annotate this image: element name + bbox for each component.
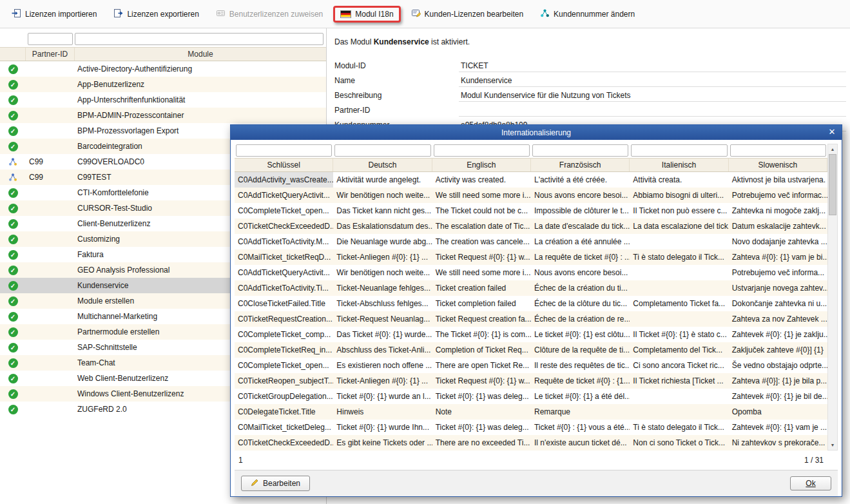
i18n-row[interactable]: C0CompleteTicket_comp...Das Ticket #{0}:… (235, 327, 827, 342)
detail-field-value[interactable]: Kundenservice (459, 75, 846, 87)
i18n-cell[interactable]: Échec de la création de re... (531, 311, 630, 327)
i18n-cell[interactable]: Ni zahtevkov s prekorače... (729, 435, 827, 451)
i18n-cell[interactable] (630, 404, 728, 420)
i18n-cell[interactable]: C0AddTicketToActivity.Ti... (235, 280, 333, 296)
i18n-row[interactable]: C0CompleteTicket_open...Es existieren no… (235, 358, 827, 373)
i18n-cell[interactable]: C0MailTicket_ticketReqD... (235, 249, 333, 265)
i18n-row[interactable]: C0TicketReopen_subjectT...Ticket-Anliege… (235, 373, 827, 389)
partner-id-filter-input[interactable] (28, 33, 73, 45)
i18n-cell[interactable]: Dokončanje zahtevka ni u... (729, 296, 827, 311)
i18n-cell[interactable]: C0CloseTicketFailed.Title (235, 296, 333, 311)
i18n-cell[interactable]: Il Ticket #{0}: {1} è stato c... (630, 327, 728, 342)
i18n-cell[interactable]: Impossible de clôturer le t... (531, 203, 630, 218)
module-row[interactable]: ✓App-Benutzerlizenz (0, 77, 326, 92)
column-header-slowenisch[interactable]: Slowenisch (729, 159, 827, 171)
i18n-cell[interactable]: Abbiamo bisogni di ulteri... (630, 188, 728, 203)
change-customer-number-button[interactable]: Kundennummer ändern (534, 5, 641, 23)
detail-field-value[interactable]: Modul Kundenservice für die Nutzung von … (459, 90, 846, 102)
module-row[interactable]: ✓Active-Directory-Authentifizierung (0, 61, 326, 77)
column-header-italienisch[interactable]: Italienisch (630, 159, 728, 171)
i18n-cell[interactable]: Il reste des requêtes de tic... (531, 358, 630, 373)
i18n-cell[interactable]: C0CompleteTicket_open... (235, 203, 333, 218)
scrollbar-track[interactable] (828, 154, 837, 440)
i18n-cell[interactable]: The escalation date of Tic... (432, 218, 531, 234)
i18n-row[interactable]: C0AddTicketToActivity.Ti...Ticket-Neuanl… (235, 280, 827, 296)
i18n-cell[interactable]: Nous avons encore besoi... (531, 265, 630, 280)
i18n-cell[interactable]: We still need some more i... (432, 265, 531, 280)
i18n-cell[interactable]: Ticket #{0}: {1} wurde an l... (333, 389, 432, 404)
i18n-filter-input-franzoesisch[interactable] (532, 144, 628, 157)
i18n-cell[interactable]: There are open Ticket Re... (432, 358, 531, 373)
i18n-filter-input-italienisch[interactable] (631, 144, 727, 157)
i18n-cell[interactable]: Ticket-Anliegen #{0}: {1} ... (333, 373, 432, 389)
i18n-cell[interactable] (630, 311, 728, 327)
i18n-cell[interactable]: Das Ticket kann nicht ges... (333, 203, 432, 218)
i18n-cell[interactable]: C0CompleteTicket_open... (235, 358, 333, 373)
i18n-cell[interactable]: Ti è stato delegato il Tick... (630, 420, 728, 435)
i18n-cell[interactable]: C0TicketCheckExceededD... (235, 218, 333, 234)
i18n-cell[interactable]: La date d'escalade du tick... (531, 218, 630, 234)
i18n-row[interactable]: C0DelegateTicket.TitleHinweisNoteRemarqu… (235, 404, 827, 420)
i18n-filter-input-schluessel[interactable] (236, 144, 332, 157)
i18n-cell[interactable]: Échec de la clôture du tic... (531, 296, 630, 311)
edit-customer-licenses-button[interactable]: Kunden-Lizenzen bearbeiten (405, 5, 530, 23)
i18n-cell[interactable]: Das Eskalationsdatum des... (333, 218, 432, 234)
i18n-row[interactable]: C0CloseTicketFailed.TitleTicket-Abschlus… (235, 296, 827, 311)
i18n-cell[interactable]: La requête de ticket #{0} : ... (531, 249, 630, 265)
column-header-schluessel[interactable]: Schlüssel (235, 159, 333, 171)
i18n-dialog-titlebar[interactable]: Internationalisierung ✕ (231, 125, 842, 140)
i18n-row[interactable]: C0TicketCheckExceededD...Das Eskalations… (235, 218, 827, 234)
i18n-row[interactable]: C0AddTicketQueryActivit...Wir benötigen … (235, 265, 827, 280)
i18n-row[interactable]: C0AddTicketQueryActivit...Wir benötigen … (235, 188, 827, 203)
i18n-filter-input-englisch[interactable] (434, 144, 530, 157)
i18n-cell[interactable]: Ticket #{0} : {1} vous a été... (531, 420, 630, 435)
i18n-cell[interactable]: Datum eskalacije zahtevk... (729, 218, 827, 234)
i18n-cell[interactable]: We still need some more i... (432, 188, 531, 203)
i18n-cell[interactable]: C0CompleteTicketReq_in... (235, 342, 333, 358)
export-licenses-button[interactable]: Lizenzen exportieren (107, 5, 205, 23)
scroll-down-icon[interactable]: ▼ (828, 440, 837, 450)
i18n-row[interactable]: C0TicketCheckExceededD...Es gibt keine T… (235, 435, 827, 451)
i18n-cell[interactable]: Zahtevek #{0}: {1} je bil de... (729, 389, 827, 404)
i18n-cell[interactable]: Note (432, 404, 531, 420)
i18n-cell[interactable]: Ticket Request #{0}: {1} w... (432, 249, 531, 265)
i18n-cell[interactable]: C0TicketReopen_subjectT... (235, 373, 333, 389)
i18n-cell[interactable]: Le ticket #{0}: {1} a été dél... (531, 389, 630, 404)
i18n-cell[interactable]: Wir benötigen noch weite... (333, 188, 432, 203)
i18n-filter-input-deutsch[interactable] (334, 144, 430, 157)
i18n-cell[interactable]: C0TicketRequestCreation... (235, 311, 333, 327)
column-header-module[interactable]: Module (75, 48, 326, 61)
i18n-cell[interactable]: Ticket-Anliegen #{0}: {1} ... (333, 249, 432, 265)
i18n-row[interactable]: C0MailTicket_ticketReqD...Ticket-Anliege… (235, 249, 827, 265)
i18n-cell[interactable]: Requête de ticket #{0} : {1... (531, 373, 630, 389)
i18n-cell[interactable]: Ticket #{0}: {1} was deleg... (432, 420, 531, 435)
i18n-cell[interactable]: Ti è stato delegato il Tick... (630, 249, 728, 265)
i18n-cell[interactable]: Hinweis (333, 404, 432, 420)
module-i18n-button[interactable]: Modul I18n (333, 6, 400, 23)
edit-button[interactable]: Bearbeiten (241, 476, 310, 491)
i18n-cell[interactable]: Wir benötigen noch weite... (333, 265, 432, 280)
i18n-cell[interactable]: Zahteva #{0}: {1} vam je bi... (729, 249, 827, 265)
ok-button[interactable]: Ok (790, 476, 831, 490)
i18n-filter-input-slowenisch[interactable] (730, 144, 826, 157)
column-header-deutsch[interactable]: Deutsch (333, 159, 432, 171)
i18n-cell[interactable]: Il n'existe aucun ticket dé... (531, 435, 630, 451)
i18n-cell[interactable]: Nous avons encore besoi... (531, 188, 630, 203)
i18n-cell[interactable]: Ticket creation failed (432, 280, 531, 296)
module-row[interactable]: ✓BPM-ADMIN-Prozesscontainer (0, 108, 326, 123)
i18n-cell[interactable]: The Ticket #{0}: {1} is com... (432, 327, 531, 342)
i18n-cell[interactable]: C0CompleteTicket_comp... (235, 327, 333, 342)
i18n-cell[interactable]: Ticket #{0}: {1} wurde Ihn... (333, 420, 432, 435)
i18n-cell[interactable]: Ticket Request creation fa... (432, 311, 531, 327)
i18n-cell[interactable]: Ticket #{0}: {1} was deleg... (432, 389, 531, 404)
scroll-up-icon[interactable]: ▲ (828, 144, 837, 154)
column-header-status[interactable] (0, 48, 26, 61)
i18n-cell[interactable]: Attività creata. (630, 172, 728, 188)
scrollbar-thumb[interactable] (829, 154, 836, 215)
i18n-cell[interactable]: Ticket completion failed (432, 296, 531, 311)
column-header-partner-id[interactable]: Partner-ID (26, 48, 75, 61)
i18n-cell[interactable]: C0AddTicketToActivity.M... (235, 234, 333, 249)
i18n-cell[interactable]: Es gibt keine Tickets oder ... (333, 435, 432, 451)
i18n-cell[interactable]: Ticket Request #{0}: {1} w... (432, 373, 531, 389)
detail-field-value[interactable] (459, 106, 846, 117)
